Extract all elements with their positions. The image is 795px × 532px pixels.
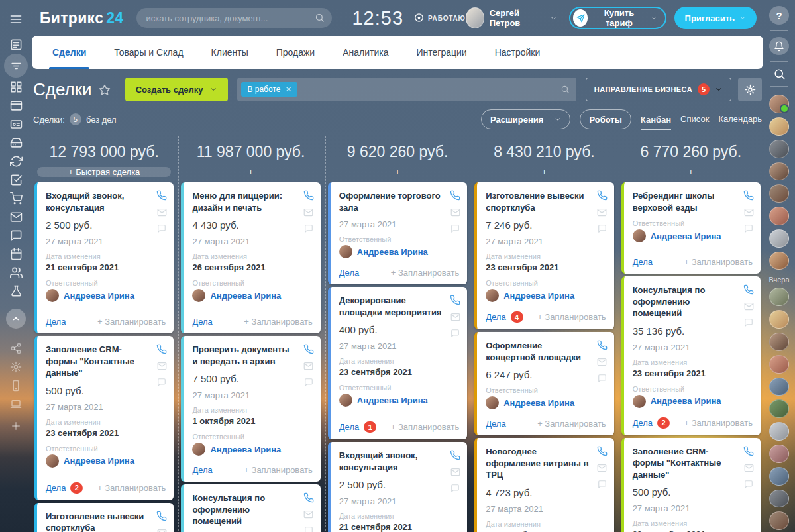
avatar[interactable]	[769, 378, 789, 396]
tab-products-warehouse[interactable]: Товары и Склад	[100, 36, 197, 69]
deal-title[interactable]: Ребрендинг школы верховой езды	[633, 190, 753, 213]
plan-link[interactable]: + Запланировать	[684, 418, 753, 428]
todos-link[interactable]: Дела	[192, 317, 212, 327]
phone-icon[interactable]	[450, 295, 460, 305]
deal-card[interactable]: Заполнение CRM-формы "Контактные данные"…	[621, 438, 761, 532]
help-icon[interactable]: ?	[769, 6, 789, 25]
live-feed-icon[interactable]	[4, 35, 28, 54]
share-network-icon[interactable]	[4, 339, 28, 358]
deal-title[interactable]: Оформление торгового зала	[339, 190, 459, 213]
todos-link[interactable]: Дела	[339, 422, 359, 432]
deal-card[interactable]: Оформление концертной площадки 6 247 руб…	[474, 332, 613, 435]
view-list[interactable]: Список	[680, 114, 709, 125]
comment-icon[interactable]	[157, 378, 166, 387]
remove-filter-icon[interactable]: ✕	[285, 85, 292, 94]
mail-icon[interactable]	[157, 207, 167, 217]
deal-title[interactable]: Проверить документы и передать в архив	[192, 344, 312, 367]
deal-card[interactable]: Изготовление вывески спортклуба 7 246 ру…	[34, 503, 174, 532]
comment-icon[interactable]	[157, 224, 166, 233]
search-people-icon[interactable]	[773, 68, 786, 80]
deal-card[interactable]: Консультация по оформлению помещений 35 …	[621, 276, 761, 435]
deal-card[interactable]: Декорирование площадки мероприятия 400 р…	[328, 287, 467, 439]
avatar[interactable]	[769, 252, 789, 270]
deal-card[interactable]: Заполнение CRM-формы "Контактные данные"…	[34, 336, 174, 500]
todos-link[interactable]: Дела	[192, 465, 212, 475]
phone-icon[interactable]	[450, 190, 460, 201]
mail-icon[interactable]	[597, 463, 607, 473]
quick-deal-button[interactable]: + Быстрая сделка	[37, 167, 171, 177]
comment-icon[interactable]	[744, 318, 753, 327]
mail-icon[interactable]	[744, 301, 754, 311]
deal-title[interactable]: Декорирование площадки мероприятия	[339, 295, 459, 318]
tab-settings[interactable]: Настройки	[481, 36, 555, 69]
user-menu[interactable]: Сергей Петров	[466, 7, 557, 28]
filter-chip[interactable]: В работе ✕	[241, 82, 297, 97]
search-input[interactable]	[136, 8, 332, 28]
deal-title[interactable]: Входящий звонок, консультация	[46, 190, 166, 213]
deal-card[interactable]: Изготовление вывески спортклуба 7 246 ру…	[474, 182, 613, 329]
filter-search-icon[interactable]	[560, 85, 570, 94]
settings-gear-icon[interactable]	[4, 358, 28, 376]
comment-icon[interactable]	[304, 378, 313, 387]
todos-link[interactable]: Дела	[339, 268, 359, 278]
phone-icon[interactable]	[597, 340, 608, 350]
desktop-laptop-icon[interactable]	[4, 395, 28, 413]
avatar[interactable]	[769, 467, 789, 486]
apps-grid-icon[interactable]	[4, 78, 28, 96]
tab-integrations[interactable]: Интеграции	[402, 36, 480, 69]
responsible-link[interactable]: Андреева Ирина	[651, 231, 721, 241]
mobile-phone-icon[interactable]	[4, 376, 28, 395]
drive-disk-icon[interactable]	[4, 133, 28, 152]
plan-link[interactable]: + Запланировать	[244, 465, 312, 475]
avatar[interactable]	[769, 445, 789, 463]
plan-link[interactable]: + Запланировать	[391, 268, 459, 278]
responsible-link[interactable]: Андреева Ирина	[651, 396, 721, 406]
crm-funnel-icon[interactable]	[4, 54, 28, 78]
notifications-bell-icon[interactable]	[769, 37, 789, 56]
mail-icon[interactable]	[597, 357, 607, 367]
filter-bar[interactable]: В работе ✕	[237, 78, 576, 101]
phone-icon[interactable]	[303, 492, 314, 503]
deal-card[interactable]: Меню для пиццерии: дизайн и печать 4 430…	[181, 182, 320, 333]
mail-icon[interactable]	[157, 361, 167, 371]
mail-icon[interactable]	[303, 207, 313, 217]
sites-window-icon[interactable]	[4, 96, 28, 115]
extensions-button[interactable]: Расширения	[481, 109, 570, 129]
view-kanban[interactable]: Канбан	[641, 115, 671, 130]
deal-title[interactable]: Заполнение CRM-формы "Контактные данные"	[633, 446, 753, 481]
mail-icon[interactable]	[303, 509, 313, 519]
plan-link[interactable]: + Запланировать	[97, 317, 166, 327]
phone-icon[interactable]	[303, 190, 314, 201]
responsible-link[interactable]: Андреева Ирина	[64, 456, 134, 466]
work-clock[interactable]: 12:53	[352, 7, 403, 29]
mail-icon[interactable]	[744, 207, 754, 217]
plan-link[interactable]: + Запланировать	[97, 483, 166, 493]
responsible-link[interactable]: Андреева Ирина	[210, 445, 281, 454]
phone-icon[interactable]	[743, 190, 754, 201]
processes-sync-icon[interactable]	[4, 152, 28, 170]
bitrix24-logo[interactable]: Битрикс24	[40, 9, 123, 27]
responsible-link[interactable]: Андреева Ирина	[357, 396, 428, 405]
mail-icon[interactable]	[744, 463, 754, 473]
avatar[interactable]	[769, 310, 789, 329]
todos-link[interactable]: Дела	[486, 419, 505, 429]
contacts-card-icon[interactable]	[4, 115, 28, 133]
add-deal-button[interactable]: +	[184, 167, 317, 177]
responsible-link[interactable]: Андреева Ирина	[504, 291, 574, 301]
responsible-link[interactable]: Андреева Ирина	[357, 247, 428, 257]
comment-icon[interactable]	[450, 484, 460, 493]
deal-title[interactable]: Консультация по оформлению помещений	[633, 284, 753, 319]
avatar[interactable]	[769, 117, 789, 136]
plan-link[interactable]: + Запланировать	[684, 257, 753, 267]
avatar[interactable]	[769, 162, 789, 181]
tab-clients[interactable]: Клиенты	[197, 36, 262, 69]
mail-icon[interactable]	[450, 467, 460, 477]
phone-icon[interactable]	[303, 344, 314, 354]
phone-icon[interactable]	[156, 190, 167, 201]
deal-title[interactable]: Изготовление вывески спортклуба	[46, 511, 166, 532]
responsible-link[interactable]: Андреева Ирина	[64, 291, 134, 301]
mail-icon[interactable]	[450, 312, 460, 322]
deal-card[interactable]: Входящий звонок, консультация 2 500 руб.…	[34, 182, 174, 333]
deal-card[interactable]: Оформление торгового зала 27 марта 2021 …	[328, 182, 467, 284]
deal-card[interactable]: Новогоднее оформление витрины в ТРЦ 4 72…	[474, 438, 613, 532]
